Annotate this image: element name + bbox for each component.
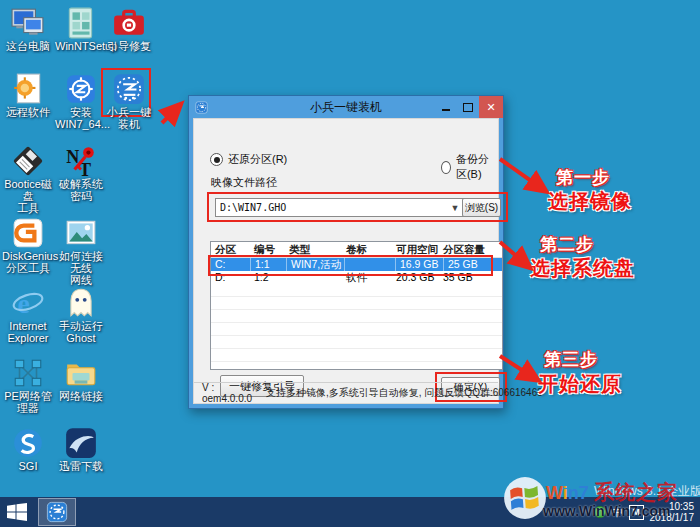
desktop-icon-boot-repair[interactable]: 引导修复 [103, 6, 155, 52]
taskbar-app-xiaobing[interactable] [38, 498, 76, 526]
desktop-icon-remote-software[interactable]: 远程软件 [2, 72, 54, 118]
start-button[interactable] [0, 497, 34, 527]
arrow-step2 [500, 242, 528, 266]
svg-text:e: e [17, 288, 29, 319]
desktop-icon-winntsetup[interactable]: WinNTSetup [55, 6, 107, 52]
diskgenius-icon [11, 216, 45, 250]
icon-label-line2: 网线 [55, 274, 107, 286]
xiaobing-logo-icon [112, 72, 146, 106]
desktop-icon-bootice[interactable]: Bootice磁盘 工具 [2, 144, 54, 214]
restore-partition-radio[interactable]: 还原分区(R) [210, 152, 287, 167]
tray-green-icon[interactable] [594, 506, 606, 518]
icon-label: Bootice磁盘 [2, 178, 54, 202]
winntsetup-icon [64, 6, 98, 40]
icon-label-line2: Ghost [55, 332, 107, 344]
radio-unselected-icon [441, 161, 451, 174]
ghost-icon [64, 286, 98, 320]
icon-label: 引导修复 [103, 40, 155, 52]
desktop-icon-wireless-guide[interactable]: 如何连接无线 网线 [55, 216, 107, 286]
network-manager-icon [11, 356, 45, 390]
desktop-icon-ghost[interactable]: 手动运行 Ghost [55, 286, 107, 344]
icon-label: SGI [2, 460, 54, 472]
icon-label-line2: WIN7_64... [55, 118, 107, 130]
folder-icon [64, 356, 98, 390]
icon-label: 远程软件 [2, 106, 54, 118]
installer-window: 小兵一键装机 ✕ 还原分区(R) 备份分区(B) 映像文件路径 D:\WIN7.… [188, 95, 504, 409]
image-path-label: 映像文件路径 [211, 175, 277, 190]
desktop-icon-internet-explorer[interactable]: e Internet Explorer [2, 286, 54, 344]
icon-label-line2: 工具 [2, 202, 54, 214]
step3-title: 第三步 [544, 348, 598, 371]
empty-row [211, 284, 502, 297]
status-text: 支持多种镜像,多系统引导自动修复, 问题反馈QQ群:606616468 [260, 386, 543, 400]
icon-label: WinNTSetup [55, 40, 107, 52]
desktop-icon-crack-password[interactable]: NT 破解系统密码 [55, 144, 107, 202]
password-key-icon: NT [64, 144, 98, 178]
thunder-bird-icon [64, 426, 98, 460]
empty-row [211, 297, 502, 310]
browse-button[interactable]: 浏览(S) [462, 198, 501, 217]
windows-logo-icon [7, 503, 27, 521]
icon-label: 安装 [55, 106, 107, 118]
minimize-button[interactable] [435, 96, 457, 118]
icon-label: 这台电脑 [2, 40, 54, 52]
step2-title: 第二步 [540, 233, 594, 256]
xiaobing-logo-icon [46, 501, 68, 523]
empty-row [211, 349, 502, 362]
status-bar: V : oem4.0.0.0 支持多种镜像,多系统引导自动修复, 问题反馈QQ群… [194, 382, 498, 403]
step2-text: 选择系统盘 [530, 255, 635, 282]
icon-label: 破解系统密码 [55, 178, 107, 202]
version-text: V : oem4.0.0.0 [194, 382, 260, 404]
desktop-icon-sgi[interactable]: SGI [2, 426, 54, 472]
installer-gear-icon [64, 72, 98, 106]
dialog-titlebar[interactable]: 小兵一键装机 ✕ [189, 96, 503, 118]
arrow-step1 [500, 159, 544, 190]
highlight-box-path: D:\WIN7.GHO ▼ 浏览(S) [207, 192, 508, 222]
icon-label: 迅雷下载 [55, 460, 107, 472]
desktop-icon-install-win7[interactable]: 安装 WIN7_64... [55, 72, 107, 130]
icon-label: 手动运行 [55, 320, 107, 332]
maximize-button[interactable] [457, 96, 479, 118]
desktop-icon-network-link[interactable]: 网络链接 [55, 356, 107, 402]
icon-label: Internet [2, 320, 54, 332]
taskbar: 中 M 10:35 2018/1/17 [0, 497, 700, 527]
image-path-combobox[interactable]: D:\WIN7.GHO ▼ [215, 198, 464, 217]
remote-software-icon [11, 72, 45, 106]
icon-label-line2: 分区工具 [2, 262, 54, 274]
image-path-value: D:\WIN7.GHO [216, 202, 447, 213]
ie-icon: e [11, 286, 45, 320]
system-tray: 中 M 10:35 2018/1/17 [594, 497, 699, 527]
icon-label: PE网络管理器 [2, 390, 54, 414]
ime-indicator[interactable]: 中 [612, 505, 623, 520]
desktop-icon-diskgenius[interactable]: DiskGenius 分区工具 [2, 216, 54, 274]
icon-label: 如何连接无线 [55, 250, 107, 274]
icon-label-line2: Explorer [2, 332, 54, 344]
icon-label: 小兵一键装机 [103, 106, 155, 130]
computer-icon [11, 6, 45, 40]
tray-m-icon[interactable]: M [629, 505, 644, 520]
highlight-box-selected-row [208, 255, 493, 276]
desktop-icon-this-pc[interactable]: 这台电脑 [2, 6, 54, 52]
chevron-down-icon[interactable]: ▼ [447, 203, 463, 213]
desktop-icon-pe-network[interactable]: PE网络管理器 [2, 356, 54, 414]
empty-row [211, 310, 502, 323]
step1-text: 选择镜像 [548, 188, 632, 215]
desktop-icon-xiaobing-installer[interactable]: 小兵一键装机 [103, 72, 155, 130]
radio-label: 还原分区(R) [228, 152, 287, 167]
taskbar-clock[interactable]: 10:35 2018/1/17 [650, 501, 699, 523]
dialog-body: 还原分区(R) 备份分区(B) 映像文件路径 D:\WIN7.GHO ▼ 浏览(… [193, 118, 499, 404]
radio-selected-icon [210, 153, 223, 166]
sgi-icon [11, 426, 45, 460]
clock-time: 10:35 [650, 501, 695, 512]
backup-partition-radio[interactable]: 备份分区(B) [441, 152, 498, 182]
step1-title: 第一步 [556, 166, 610, 189]
close-button[interactable]: ✕ [479, 96, 503, 118]
os-watermark: Windows 8.1 企业版 [594, 483, 700, 500]
empty-row [211, 323, 502, 336]
icon-label: DiskGenius [2, 250, 54, 262]
clock-date: 2018/1/17 [650, 512, 695, 523]
desktop-icon-thunder[interactable]: 迅雷下载 [55, 426, 107, 472]
radio-label: 备份分区(B) [456, 152, 498, 182]
empty-row [211, 336, 502, 349]
empty-row [211, 362, 502, 370]
